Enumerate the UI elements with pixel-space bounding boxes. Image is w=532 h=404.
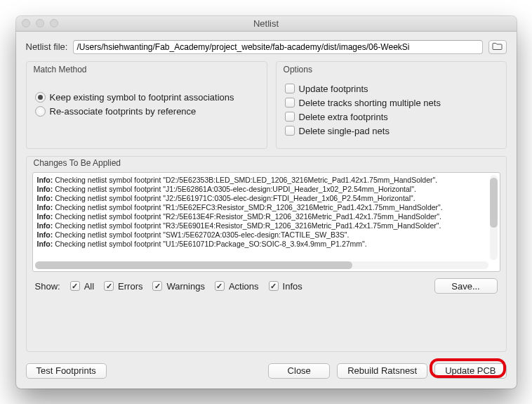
- show-label: Show:: [35, 281, 60, 292]
- show-all-check[interactable]: All: [70, 281, 94, 292]
- keep-associations-radio[interactable]: Keep existing symbol to footprint associ…: [35, 92, 258, 103]
- delete-single-label: Delete single-pad nets: [299, 126, 390, 136]
- browse-folder-button[interactable]: [488, 40, 507, 54]
- minimize-window-icon[interactable]: [36, 19, 44, 27]
- rebuild-ratsnest-button[interactable]: Rebuild Ratsnest: [337, 363, 427, 379]
- delete-tracks-check[interactable]: Delete tracks shorting multiple nets: [285, 98, 498, 108]
- checkbox-icon: [285, 126, 295, 136]
- scrollbar-thumb[interactable]: [35, 261, 352, 269]
- zoom-window-icon[interactable]: [50, 19, 58, 27]
- show-warnings-label: Warnings: [166, 281, 204, 292]
- show-warnings-check[interactable]: Warnings: [152, 281, 204, 292]
- reassociate-label: Re-associate footprints by reference: [50, 106, 197, 117]
- log-line: Info: Checking netlist symbol footprint …: [37, 185, 496, 194]
- button-row: Test Footprints Close Rebuild Ratsnest U…: [26, 359, 507, 379]
- show-infos-check[interactable]: Infos: [269, 281, 302, 292]
- log-line: Info: Checking netlist symbol footprint …: [37, 230, 496, 240]
- show-filter-row: Show: All Errors Warnings Actions Infos …: [32, 272, 500, 297]
- log-line: Info: Checking netlist symbol footprint …: [37, 203, 496, 212]
- log-lines: Info: Checking netlist symbol footprint …: [33, 173, 500, 263]
- show-actions-label: Actions: [229, 281, 259, 292]
- scrollbar-thumb[interactable]: [490, 178, 498, 227]
- changes-group: Changes To Be Applied Info: Checking net…: [26, 156, 507, 352]
- log-output[interactable]: Info: Checking netlist symbol footprint …: [32, 172, 500, 272]
- show-actions-check[interactable]: Actions: [215, 281, 259, 292]
- traffic-lights: [16, 19, 58, 27]
- window-title: Netlist: [16, 18, 517, 29]
- checkbox-icon: [285, 84, 295, 93]
- show-infos-label: Infos: [283, 281, 302, 292]
- settings-row: Match Method Keep existing symbol to foo…: [26, 61, 507, 149]
- horizontal-scrollbar[interactable]: [35, 261, 488, 269]
- close-button[interactable]: Close: [268, 363, 330, 379]
- update-pcb-button[interactable]: Update PCB: [434, 363, 506, 379]
- dialog-content: Netlist file: Match Method Keep existing…: [16, 32, 517, 389]
- delete-single-check[interactable]: Delete single-pad nets: [285, 126, 498, 136]
- log-line: Info: Checking netlist symbol footprint …: [37, 212, 496, 221]
- options-title: Options: [284, 65, 312, 74]
- log-line: Info: Checking netlist symbol footprint …: [37, 176, 496, 185]
- log-line: Info: Checking netlist symbol footprint …: [37, 221, 496, 230]
- test-footprints-button[interactable]: Test Footprints: [26, 363, 107, 379]
- show-errors-check[interactable]: Errors: [104, 281, 142, 292]
- checkbox-checked-icon: [152, 281, 162, 291]
- log-line: Info: Checking netlist symbol footprint …: [37, 194, 496, 203]
- titlebar: Netlist: [16, 16, 517, 32]
- folder-icon: [492, 41, 503, 52]
- netlist-file-label: Netlist file:: [26, 41, 68, 52]
- update-footprints-check[interactable]: Update footprints: [285, 84, 498, 94]
- netlist-file-input[interactable]: [73, 40, 482, 54]
- show-errors-label: Errors: [118, 281, 142, 292]
- reassociate-radio[interactable]: Re-associate footprints by reference: [35, 106, 258, 117]
- vertical-scrollbar[interactable]: [490, 175, 498, 260]
- netlist-file-row: Netlist file:: [26, 40, 507, 54]
- update-footprints-label: Update footprints: [299, 84, 368, 94]
- save-button[interactable]: Save...: [434, 278, 498, 294]
- delete-extra-check[interactable]: Delete extra footprints: [285, 112, 498, 122]
- show-all-label: All: [84, 281, 94, 292]
- keep-associations-label: Keep existing symbol to footprint associ…: [50, 92, 234, 103]
- options-group: Options Update footprints Delete tracks …: [276, 61, 507, 149]
- log-line: Info: Checking netlist symbol footprint …: [37, 240, 496, 249]
- checkbox-icon: [285, 98, 295, 107]
- checkbox-checked-icon: [269, 281, 279, 291]
- delete-extra-label: Delete extra footprints: [299, 112, 388, 122]
- delete-tracks-label: Delete tracks shorting multiple nets: [299, 98, 441, 108]
- radio-checked-icon: [35, 92, 46, 103]
- checkbox-icon: [285, 112, 295, 122]
- radio-unchecked-icon: [35, 106, 46, 117]
- close-window-icon[interactable]: [22, 19, 30, 27]
- checkbox-checked-icon: [70, 281, 80, 291]
- checkbox-checked-icon: [215, 281, 225, 291]
- match-method-title: Match Method: [34, 65, 87, 74]
- changes-title: Changes To Be Applied: [34, 158, 121, 168]
- match-method-group: Match Method Keep existing symbol to foo…: [26, 61, 267, 149]
- dialog-window: Netlist Netlist file: Match Method Keep …: [16, 16, 517, 389]
- checkbox-checked-icon: [104, 281, 114, 291]
